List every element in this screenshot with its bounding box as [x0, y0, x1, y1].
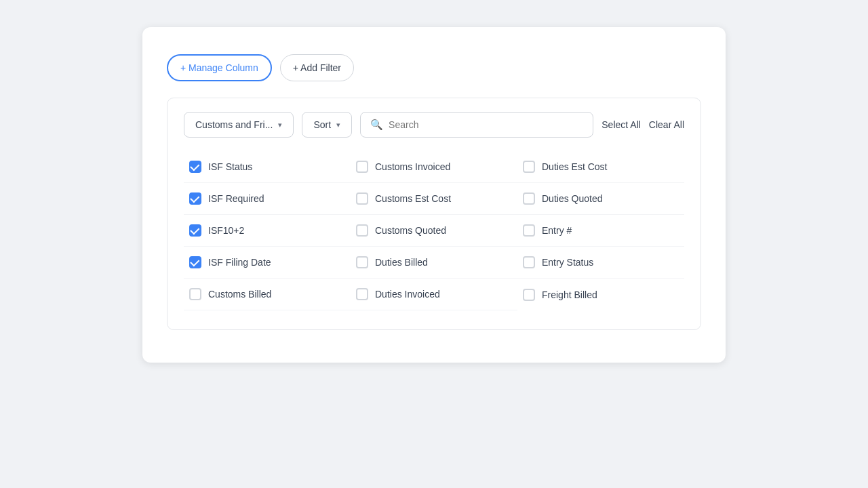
sort-dropdown-label: Sort — [313, 119, 331, 130]
column-label-isf-status: ISF Status — [208, 161, 252, 172]
column-selector-card: Customs and Fri... ▾ Sort ▾ 🔍 Select All… — [167, 98, 701, 330]
checkbox-duties-quoted[interactable] — [523, 192, 535, 205]
manage-column-panel: + Manage Column + Add Filter Customs and… — [142, 27, 726, 363]
manage-column-button[interactable]: + Manage Column — [167, 54, 272, 81]
add-filter-button[interactable]: + Add Filter — [280, 54, 354, 81]
top-action-buttons: + Manage Column + Add Filter — [167, 54, 701, 81]
checkbox-customs-billed[interactable] — [189, 288, 201, 300]
checkbox-customs-quoted[interactable] — [356, 224, 368, 237]
column-label-duties-invoiced: Duties Invoiced — [375, 289, 440, 300]
checkbox-customs-est-cost[interactable] — [356, 192, 368, 205]
column-item-entry-status[interactable]: Entry Status — [517, 247, 684, 279]
column-label-customs-est-cost: Customs Est Cost — [375, 193, 451, 204]
column-label-customs-billed: Customs Billed — [208, 289, 271, 300]
column-item-isf-required[interactable]: ISF Required — [184, 183, 351, 215]
column-item-isf-filing-date[interactable]: ISF Filing Date — [184, 247, 351, 279]
filter-bar: Customs and Fri... ▾ Sort ▾ 🔍 Select All… — [184, 112, 684, 138]
clear-all-button[interactable]: Clear All — [649, 119, 684, 130]
checkbox-entry-number[interactable] — [523, 224, 535, 237]
search-input[interactable] — [389, 119, 583, 130]
checkbox-isf-status[interactable] — [189, 161, 201, 173]
column-label-customs-quoted: Customs Quoted — [375, 225, 446, 236]
checkbox-duties-est-cost[interactable] — [523, 161, 535, 173]
column-label-duties-quoted: Duties Quoted — [542, 193, 603, 204]
column-item-freight-billed[interactable]: Freight Billed — [517, 279, 684, 310]
checkbox-duties-invoiced[interactable] — [356, 288, 368, 300]
sort-dropdown-arrow: ▾ — [336, 121, 340, 129]
column-label-customs-invoiced: Customs Invoiced — [375, 161, 450, 172]
checkbox-duties-billed[interactable] — [356, 256, 368, 268]
column-item-isf-status[interactable]: ISF Status — [184, 151, 351, 183]
select-all-button[interactable]: Select All — [601, 119, 641, 130]
checkbox-isf-required[interactable] — [189, 192, 201, 205]
category-dropdown-label: Customs and Fri... — [195, 119, 273, 130]
category-dropdown[interactable]: Customs and Fri... ▾ — [184, 112, 294, 138]
column-item-entry-number[interactable]: Entry # — [517, 215, 684, 247]
column-label-entry-status: Entry Status — [542, 257, 593, 268]
column-item-customs-quoted[interactable]: Customs Quoted — [351, 215, 517, 247]
column-item-duties-billed[interactable]: Duties Billed — [351, 247, 517, 279]
checkbox-isf-filing-date[interactable] — [189, 256, 201, 268]
column-label-isf-required: ISF Required — [208, 193, 264, 204]
search-wrapper: 🔍 — [360, 112, 593, 138]
column-label-duties-est-cost: Duties Est Cost — [542, 161, 607, 172]
search-icon: 🔍 — [370, 119, 383, 131]
sort-dropdown[interactable]: Sort ▾ — [302, 112, 352, 138]
column-item-duties-invoiced[interactable]: Duties Invoiced — [351, 279, 517, 310]
column-label-isf10-2: ISF10+2 — [208, 225, 244, 236]
column-item-customs-invoiced[interactable]: Customs Invoiced — [351, 151, 517, 183]
column-item-customs-billed[interactable]: Customs Billed — [184, 279, 351, 310]
column-label-freight-billed: Freight Billed — [542, 289, 597, 300]
checkbox-customs-invoiced[interactable] — [356, 161, 368, 173]
checkbox-isf10-2[interactable] — [189, 224, 201, 237]
checkbox-entry-status[interactable] — [523, 256, 535, 268]
column-label-isf-filing-date: ISF Filing Date — [208, 257, 271, 268]
column-label-entry-number: Entry # — [542, 225, 572, 236]
column-item-isf10-2[interactable]: ISF10+2 — [184, 215, 351, 247]
checkbox-freight-billed[interactable] — [523, 289, 535, 301]
column-item-customs-est-cost[interactable]: Customs Est Cost — [351, 183, 517, 215]
category-dropdown-arrow: ▾ — [278, 121, 282, 129]
column-label-duties-billed: Duties Billed — [375, 257, 428, 268]
columns-grid: ISF StatusCustoms InvoicedDuties Est Cos… — [184, 151, 684, 310]
column-item-duties-quoted[interactable]: Duties Quoted — [517, 183, 684, 215]
column-item-duties-est-cost[interactable]: Duties Est Cost — [517, 151, 684, 183]
